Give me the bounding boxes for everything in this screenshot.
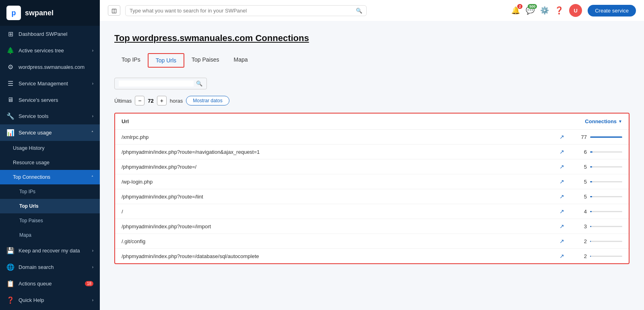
chevron-up-icon: ˄ (91, 175, 93, 180)
sidebar-item-domain-search[interactable]: 🌐 Domain search › (0, 259, 100, 275)
chevron-right-icon: › (92, 265, 93, 269)
row-count: 4 (571, 209, 587, 215)
sidebar-item-resource-usage[interactable]: Resource usage (0, 155, 100, 170)
sidebar-item-label: Keep and recover my data (19, 248, 80, 254)
chevron-right-icon: › (92, 114, 93, 118)
hours-decrease-button[interactable]: − (135, 96, 144, 105)
row-url: /phpmyadmin/index.php?route=/database/sq… (122, 253, 559, 259)
external-link-icon[interactable]: ↗ (559, 149, 564, 155)
row-count: 77 (571, 134, 587, 140)
queue-icon: 📋 (6, 280, 14, 287)
row-bar (590, 241, 622, 242)
external-link-icon[interactable]: ↗ (559, 178, 564, 185)
sidebar-item-usage-history[interactable]: Usage History (0, 141, 100, 155)
tab-top-urls[interactable]: Top Urls (148, 53, 184, 68)
table-row: /phpmyadmin/index.php?route=/lint ↗ 5 (115, 189, 629, 204)
sidebar-item-label: Usage History (13, 145, 45, 151)
sidebar-item-dashboard[interactable]: ⊞ Dashboard SWPanel (0, 26, 100, 42)
external-link-icon[interactable]: ↗ (559, 193, 564, 200)
sidebar-item-top-paises[interactable]: Top Paises (0, 213, 100, 228)
hours-increase-button[interactable]: + (157, 96, 167, 105)
row-bar (590, 166, 622, 167)
tab-top-paises[interactable]: Top Paises (184, 53, 226, 68)
sidebar-item-top-connections[interactable]: Top Connections ˄ (0, 170, 100, 184)
row-bar-fill (590, 256, 591, 257)
external-link-icon[interactable]: ↗ (559, 163, 564, 170)
notifications-badge: 2 (517, 4, 522, 9)
sidebar-item-service-management[interactable]: ☰ Service Management › (0, 75, 100, 92)
table-row: /phpmyadmin/index.php?route=/navigation&… (115, 145, 629, 159)
sidebar-item-label: Top Connections (13, 174, 50, 180)
sidebar-item-label: Quick Help (19, 297, 44, 303)
sidebar-item-actions-queue[interactable]: 📋 Actions queue 18 (0, 275, 100, 292)
mostrar-datos-button[interactable]: Mostrar datos (186, 96, 229, 105)
sidebar-item-label: Mapa (19, 232, 31, 238)
external-link-icon[interactable]: ↗ (559, 134, 564, 140)
avatar[interactable]: U (569, 4, 582, 17)
tools-icon: 🔧 (6, 112, 14, 120)
row-bar (590, 136, 622, 138)
table-row: /xmlrpc.php ↗ 77 (115, 130, 629, 145)
sidebar: p swpanel ⊞ Dashboard SWPanel 🌲 Active s… (0, 0, 100, 310)
sidebar-item-service-usage[interactable]: 📊 Service usage ˄ (0, 124, 100, 141)
table-row: /phpmyadmin/index.php?route=/database/sq… (115, 249, 629, 263)
sidebar-item-top-ips[interactable]: Top IPs (0, 184, 100, 199)
sidebar-item-keep-recover[interactable]: 💾 Keep and recover my data › (0, 242, 100, 259)
gear-icon: ⚙ (6, 63, 14, 71)
filter-input[interactable] (119, 81, 194, 87)
chevron-right-icon: › (92, 48, 93, 53)
horas-label: horas (170, 98, 183, 104)
row-bar-fill (590, 136, 622, 138)
sidebar-item-label: Service tools (19, 113, 48, 119)
sidebar-item-label: Service usage (19, 130, 52, 136)
server-icon: 🖥 (6, 96, 14, 103)
sidebar-item-service-tools[interactable]: 🔧 Service tools › (0, 108, 100, 124)
sidebar-item-wordpress-domain[interactable]: ⚙ wordpress.swmanuales.com (0, 59, 100, 75)
filter-bar: 🔍 (114, 78, 630, 89)
tree-icon: 🌲 (6, 47, 14, 54)
external-link-icon[interactable]: ↗ (559, 208, 564, 215)
messages-button[interactable]: 💬 500 (526, 6, 535, 15)
row-count: 2 (571, 253, 587, 259)
table-row: / ↗ 4 (115, 204, 629, 219)
notifications-button[interactable]: 🔔 2 (511, 6, 520, 15)
row-url: / (122, 209, 559, 215)
row-bar (590, 226, 622, 227)
col-connections-header: Connections ▼ (574, 118, 622, 124)
content-area: Top wordpress.swmanuales.com Connections… (100, 21, 644, 310)
external-link-icon[interactable]: ↗ (559, 253, 564, 259)
sidebar-item-quick-help[interactable]: ❓ Quick Help › (0, 292, 100, 308)
tab-mapa[interactable]: Mapa (227, 53, 255, 68)
help-icon: ❓ (6, 296, 14, 304)
row-url: /phpmyadmin/index.php?route=/ (122, 164, 559, 170)
create-service-button[interactable]: Create service (588, 5, 636, 17)
table-body: /xmlrpc.php ↗ 77 /phpmyadmin/index.php?r… (115, 130, 629, 263)
sidebar-item-label: Service's servers (19, 97, 58, 103)
tab-top-ips[interactable]: Top IPs (114, 53, 148, 68)
row-bar-fill (590, 196, 592, 197)
dashboard-icon: ⊞ (6, 30, 14, 38)
row-bar (590, 151, 622, 153)
col-url-header: Url (122, 118, 574, 124)
hours-value: 72 (148, 98, 153, 104)
globe-icon: 🌐 (6, 263, 14, 271)
sidebar-item-mapa[interactable]: Mapa (0, 228, 100, 242)
sidebar-toggle-button[interactable]: ◫ (108, 5, 120, 16)
external-link-icon[interactable]: ↗ (559, 238, 564, 244)
row-url: /phpmyadmin/index.php?route=/navigation&… (122, 149, 559, 155)
filter-search-icon: 🔍 (196, 81, 202, 87)
external-link-icon[interactable]: ↗ (559, 223, 564, 229)
settings-button[interactable]: ⚙️ (540, 6, 549, 15)
connections-table: Url Connections ▼ /xmlrpc.php ↗ 77 /phpm… (114, 113, 630, 264)
row-url: /wp-login.php (122, 179, 559, 185)
sidebar-item-active-services-tree[interactable]: 🌲 Active services tree › (0, 42, 100, 59)
help-button[interactable]: ❓ (555, 6, 564, 15)
row-url: /xmlrpc.php (122, 134, 559, 140)
sidebar-item-services-servers[interactable]: 🖥 Service's servers (0, 92, 100, 108)
sidebar-item-top-urls[interactable]: Top Urls (0, 199, 100, 213)
sidebar-item-label: Top Urls (19, 203, 39, 209)
search-input[interactable] (130, 8, 353, 14)
messages-badge: 500 (528, 4, 537, 9)
hours-bar: Últimas − 72 + horas Mostrar datos (114, 96, 630, 105)
row-bar (590, 181, 622, 182)
